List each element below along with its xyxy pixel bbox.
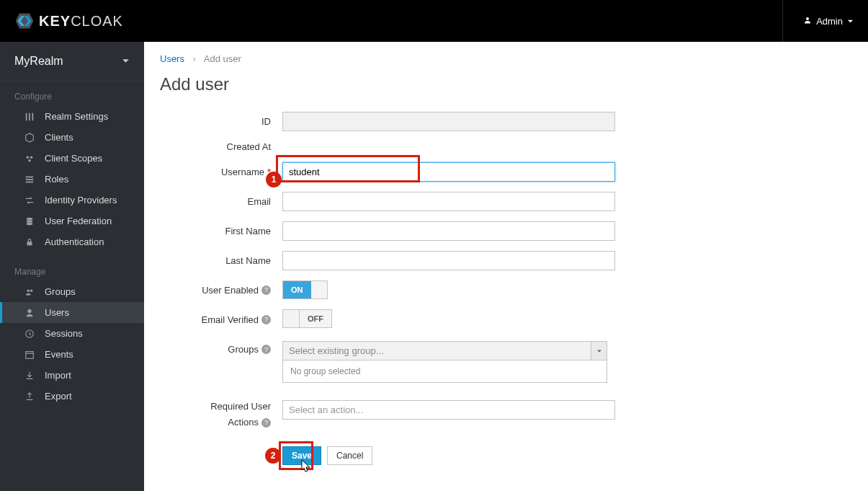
- sidebar-item-roles[interactable]: Roles: [0, 169, 144, 190]
- sidebar-item-label: Authentication: [45, 236, 104, 247]
- annotation-callout-1: 1: [266, 172, 282, 187]
- database-icon: [24, 216, 35, 226]
- sidebar-item-identity-providers[interactable]: Identity Providers: [0, 190, 144, 211]
- last-name-field[interactable]: [282, 251, 615, 270]
- chevron-down-icon: [847, 16, 854, 27]
- svg-rect-16: [27, 242, 32, 245]
- sidebar-item-label: Export: [45, 391, 72, 402]
- svg-rect-6: [32, 112, 34, 120]
- svg-point-14: [27, 220, 33, 223]
- label-username: Username: [221, 167, 264, 177]
- sidebar-item-export[interactable]: Export: [0, 386, 144, 407]
- svg-point-8: [30, 156, 33, 159]
- sliders-icon: [24, 112, 35, 122]
- svg-point-15: [27, 222, 33, 225]
- sidebar-item-users[interactable]: Users: [0, 302, 144, 323]
- toggle-on-label: ON: [283, 281, 311, 298]
- sidebar-item-label: Roles: [45, 174, 68, 185]
- row-created-at: Created At: [160, 141, 852, 152]
- exchange-icon: [24, 195, 35, 205]
- sidebar-item-groups[interactable]: Groups: [0, 281, 144, 302]
- label-first-name: First Name: [225, 226, 271, 236]
- sidebar-item-label: Sessions: [45, 328, 83, 339]
- label-required-actions-l2: Actions: [228, 416, 259, 429]
- top-bar: KEYCLOAK Admin: [0, 0, 868, 42]
- label-user-enabled: User Enabled: [202, 285, 259, 296]
- breadcrumb-users-link[interactable]: Users: [160, 53, 184, 64]
- svg-point-19: [27, 309, 31, 312]
- sidebar-item-clients[interactable]: Clients: [0, 127, 144, 148]
- label-required-actions-l1: Required User: [210, 400, 271, 413]
- svg-rect-5: [29, 112, 30, 120]
- keycloak-logo-icon: [14, 11, 35, 31]
- users-icon: [24, 287, 35, 297]
- svg-point-7: [27, 156, 30, 159]
- label-email-verified: Email Verified: [202, 314, 259, 325]
- help-icon[interactable]: ?: [261, 418, 271, 428]
- required-actions-placeholder: Select an action...: [289, 404, 363, 415]
- svg-rect-21: [26, 351, 34, 358]
- brand-text: KEYCLOAK: [39, 13, 123, 30]
- configure-nav: Realm Settings Clients Client Scopes Rol…: [0, 106, 144, 252]
- sidebar-item-authentication[interactable]: Authentication: [0, 231, 144, 252]
- groups-empty-message: No group selected: [282, 360, 607, 383]
- sidebar-item-import[interactable]: Import: [0, 365, 144, 386]
- help-icon[interactable]: ?: [261, 345, 271, 354]
- cube-icon: [24, 133, 35, 143]
- required-actions-select[interactable]: Select an action...: [282, 400, 615, 420]
- row-groups: Groups ? Select existing group... No gro…: [160, 340, 852, 383]
- realm-selector[interactable]: MyRealm: [0, 42, 144, 75]
- sidebar-item-label: Groups: [45, 286, 76, 297]
- content-area: Users › Add user Add user ID Created At …: [144, 42, 868, 491]
- groups-select[interactable]: Select existing group...: [282, 341, 607, 360]
- row-username: Username * 1: [160, 162, 852, 182]
- export-icon: [24, 392, 35, 402]
- user-enabled-toggle[interactable]: ON: [282, 280, 328, 299]
- user-menu[interactable]: Admin: [782, 0, 854, 42]
- row-id: ID: [160, 112, 852, 131]
- brand-logo: KEYCLOAK: [14, 11, 123, 31]
- label-groups: Groups: [228, 344, 259, 355]
- chevron-down-icon: [591, 342, 607, 360]
- sidebar-item-label: Realm Settings: [45, 111, 108, 122]
- sidebar-item-label: Identity Providers: [45, 195, 117, 205]
- sidebar-divider: [0, 81, 144, 81]
- help-icon[interactable]: ?: [261, 315, 271, 324]
- sidebar-item-sessions[interactable]: Sessions: [0, 323, 144, 344]
- label-created-at: Created At: [227, 141, 271, 152]
- row-first-name: First Name: [160, 221, 852, 241]
- first-name-field[interactable]: [282, 221, 615, 241]
- row-email: Email: [160, 192, 852, 211]
- svg-point-9: [28, 159, 31, 162]
- username-field[interactable]: [282, 162, 615, 182]
- section-configure-title: Configure: [0, 86, 144, 106]
- cursor-pointer-icon: [301, 459, 313, 476]
- row-required-actions: Required User Actions ? Select an action…: [160, 399, 852, 429]
- lock-icon: [24, 237, 35, 247]
- scopes-icon: [24, 154, 35, 164]
- chevron-right-icon: ›: [187, 53, 202, 64]
- svg-rect-4: [26, 112, 27, 120]
- email-field[interactable]: [282, 192, 615, 211]
- user-icon: [803, 16, 812, 27]
- email-verified-toggle[interactable]: OFF: [282, 309, 332, 328]
- realm-name: MyRealm: [14, 55, 63, 68]
- main-area: MyRealm Configure Realm Settings Clients…: [0, 42, 868, 491]
- help-icon[interactable]: ?: [261, 286, 271, 295]
- sidebar-item-events[interactable]: Events: [0, 344, 144, 365]
- label-email: Email: [247, 196, 271, 207]
- user-icon: [24, 308, 35, 318]
- form-buttons: 2 Save Cancel: [282, 446, 852, 465]
- sidebar-item-user-federation[interactable]: User Federation: [0, 211, 144, 231]
- sidebar-item-realm-settings[interactable]: Realm Settings: [0, 106, 144, 127]
- cancel-button[interactable]: Cancel: [327, 446, 372, 465]
- breadcrumb: Users › Add user: [160, 53, 852, 64]
- row-last-name: Last Name: [160, 251, 852, 270]
- svg-rect-11: [26, 179, 34, 180]
- sidebar-item-client-scopes[interactable]: Client Scopes: [0, 148, 144, 169]
- breadcrumb-current: Add user: [204, 53, 241, 64]
- sidebar-item-label: Users: [45, 307, 69, 318]
- manage-nav: Groups Users Sessions Events Import Expo…: [0, 281, 144, 407]
- svg-rect-12: [26, 181, 34, 182]
- svg-rect-10: [26, 176, 34, 177]
